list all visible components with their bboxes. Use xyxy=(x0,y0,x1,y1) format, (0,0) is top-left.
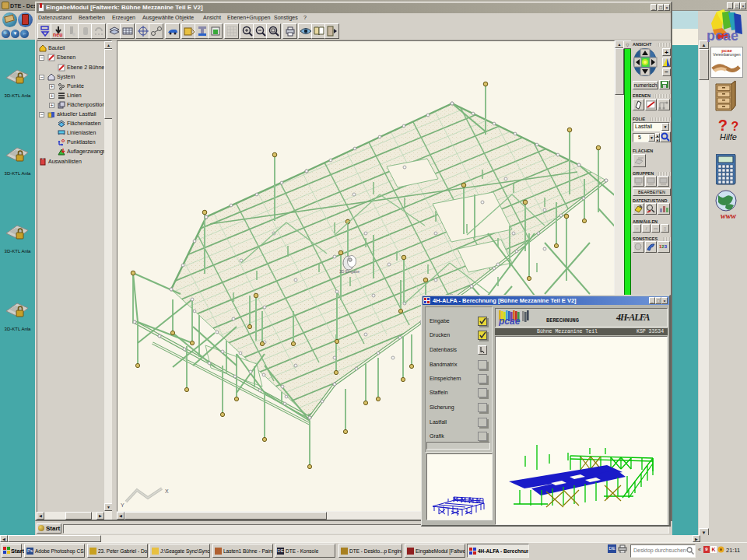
svg-text:X: X xyxy=(165,488,169,494)
svg-text:neu: neu xyxy=(53,32,62,37)
svg-text:pcae: pcae xyxy=(498,316,521,326)
svg-text:www: www xyxy=(721,212,736,220)
svg-text:Y: Y xyxy=(121,502,124,508)
svg-text:3D Eingabe: 3D Eingabe xyxy=(339,269,359,274)
svg-text:pcae: pcae xyxy=(707,28,738,42)
